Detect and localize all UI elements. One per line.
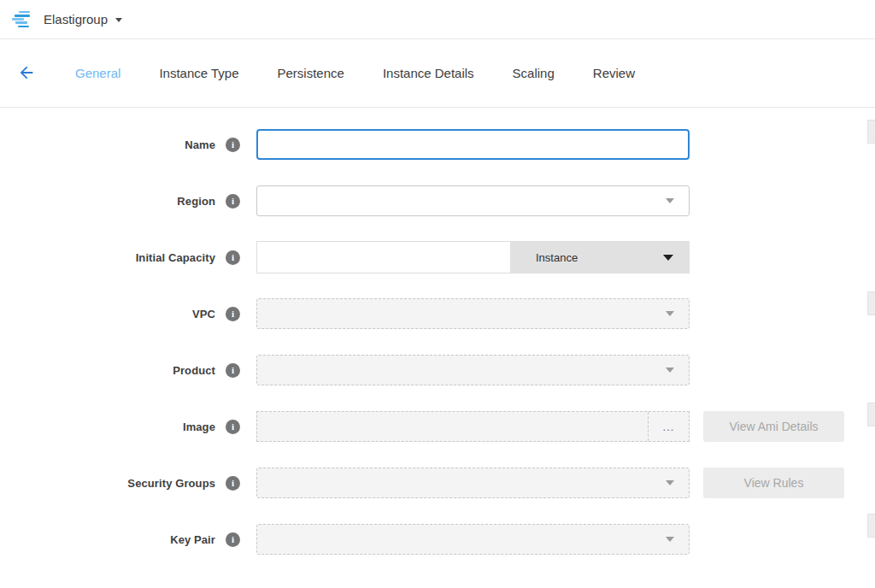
- wizard-tabs: General Instance Type Persistence Instan…: [75, 66, 673, 80]
- tab-instance-details[interactable]: Instance Details: [383, 66, 474, 80]
- view-ami-details-button[interactable]: View Ami Details: [703, 411, 844, 442]
- image-browse-button[interactable]: ...: [648, 412, 689, 441]
- chevron-down-icon: [666, 537, 674, 542]
- vpc-label: VPC: [192, 308, 215, 320]
- security-groups-info-icon[interactable]: i: [226, 476, 240, 491]
- security-groups-select: [256, 467, 690, 498]
- app-switcher-caret-icon[interactable]: [115, 18, 122, 22]
- tab-instance-type[interactable]: Instance Type: [159, 66, 238, 80]
- form-row-initial-capacity: Initial Capacity i Instance: [0, 241, 875, 273]
- product-label: Product: [173, 364, 215, 377]
- product-select: [256, 355, 690, 385]
- region-info-icon[interactable]: i: [226, 194, 240, 209]
- capacity-unit-value: Instance: [536, 251, 578, 264]
- name-info-icon[interactable]: i: [226, 138, 240, 152]
- region-label: Region: [177, 195, 215, 208]
- region-select[interactable]: [256, 185, 690, 216]
- edge-cutoff-element: [867, 514, 875, 538]
- chevron-down-icon: [666, 368, 674, 373]
- app-header: Elastigroup: [0, 0, 875, 39]
- image-label: Image: [183, 420, 215, 433]
- edge-cutoff-element: [867, 291, 875, 315]
- form-row-name: Name i: [0, 128, 875, 161]
- key-pair-label: Key Pair: [170, 533, 215, 546]
- edge-cutoff-element: [867, 120, 875, 144]
- capacity-unit-select[interactable]: Instance: [510, 241, 690, 273]
- wizard-tab-bar: General Instance Type Persistence Instan…: [0, 39, 875, 108]
- general-settings-form: Name i Region i Initial Capacity i Insta…: [0, 108, 875, 556]
- elastigroup-logo-icon: [12, 11, 34, 27]
- tab-scaling[interactable]: Scaling: [513, 66, 555, 80]
- key-pair-info-icon[interactable]: i: [226, 532, 240, 547]
- image-info-icon[interactable]: i: [226, 420, 240, 434]
- chevron-down-icon: [666, 480, 674, 485]
- chevron-down-icon: [666, 311, 674, 316]
- initial-capacity-input[interactable]: [256, 241, 510, 273]
- chevron-down-icon: [663, 255, 673, 261]
- tab-persistence[interactable]: Persistence: [278, 66, 344, 80]
- form-row-image: Image i ... View Ami Details: [0, 410, 875, 443]
- image-input: [257, 412, 648, 441]
- form-row-product: Product i: [0, 354, 875, 386]
- name-input[interactable]: [256, 129, 690, 160]
- form-row-region: Region i: [0, 185, 875, 217]
- edge-cutoff-element: [867, 403, 875, 426]
- form-row-key-pair: Key Pair i: [0, 523, 875, 556]
- tab-general[interactable]: General: [75, 66, 120, 80]
- key-pair-select: [256, 524, 690, 555]
- vpc-info-icon[interactable]: i: [226, 307, 240, 321]
- initial-capacity-label: Initial Capacity: [136, 251, 215, 264]
- name-label: Name: [185, 138, 215, 151]
- tab-review[interactable]: Review: [593, 66, 635, 80]
- product-info-icon[interactable]: i: [226, 363, 240, 378]
- chevron-down-icon: [666, 198, 674, 203]
- image-input-group: ...: [256, 411, 690, 442]
- vpc-select: [256, 298, 690, 329]
- form-row-vpc: VPC i: [0, 297, 875, 330]
- form-row-security-groups: Security Groups i View Rules: [0, 467, 875, 499]
- view-rules-button[interactable]: View Rules: [703, 467, 844, 498]
- back-arrow-icon[interactable]: [17, 63, 36, 82]
- app-name[interactable]: Elastigroup: [44, 12, 108, 26]
- initial-capacity-info-icon[interactable]: i: [226, 250, 240, 265]
- security-groups-label: Security Groups: [127, 477, 215, 490]
